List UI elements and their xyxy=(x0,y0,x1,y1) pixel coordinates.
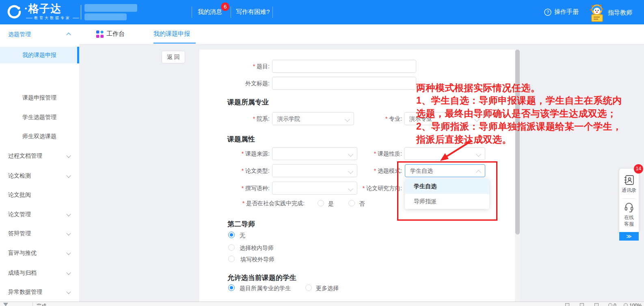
allowed-more-radio[interactable] xyxy=(305,284,312,291)
contacts-count-badge: 14 xyxy=(634,164,643,174)
research-direction-label: 论文研究方向: xyxy=(341,185,402,192)
language-label: 撰写语种: xyxy=(213,185,270,192)
chevron-down-icon xyxy=(66,231,71,235)
second-advisor-none-label[interactable]: 无 xyxy=(240,232,245,239)
tab-bar: 工作台 我的课题申报 xyxy=(79,24,644,44)
sidebar-group-topic-mgmt[interactable]: 选题管理 xyxy=(8,28,31,40)
header-divider xyxy=(81,5,81,20)
allowed-same-major-radio[interactable] xyxy=(228,284,235,291)
second-advisor-external-radio[interactable] xyxy=(228,256,235,262)
second-advisor-internal-label[interactable]: 选择校内导师 xyxy=(240,245,274,252)
messages-count-badge: 6 xyxy=(221,2,229,11)
contacts-button[interactable]: 通讯录 xyxy=(619,187,639,194)
help-circle-icon: ? xyxy=(544,9,551,16)
practice-yes-radio[interactable] xyxy=(318,200,324,206)
mascot-avatar xyxy=(588,4,606,23)
shield-icon xyxy=(608,303,612,306)
section-topic-major: 课题所属专业 xyxy=(227,98,269,107)
title-label: 题目: xyxy=(221,63,270,70)
sidebar-nav: 选题管理 我的课题申报 课题申报管理 学生选题管理 师生双选课题 过程文档管理 … xyxy=(0,24,79,302)
topic-source-select[interactable] xyxy=(272,147,357,160)
chevron-down-icon xyxy=(66,270,71,275)
speaker-icon xyxy=(580,303,584,306)
major-label: 专业: xyxy=(361,115,402,123)
tab-my-topic-declare[interactable]: 我的课题申报 xyxy=(153,30,190,38)
header-divider xyxy=(272,7,273,18)
headset-icon xyxy=(624,202,634,213)
chevron-down-icon xyxy=(345,117,350,122)
header-divider xyxy=(231,7,231,18)
header-divider xyxy=(192,7,192,18)
address-book-icon xyxy=(624,175,634,185)
sidebar-item-mutual-select[interactable]: 师生双选课题 xyxy=(22,130,56,142)
chevron-down-icon xyxy=(476,152,481,157)
user-info-redacted xyxy=(84,13,127,20)
sidebar-item-my-topic-declare[interactable]: 我的课题申报 xyxy=(22,49,56,61)
paper-type-label: 论文类型: xyxy=(213,167,270,175)
role-label: 指导教师 xyxy=(608,9,632,17)
tagline-dash xyxy=(26,18,32,18)
paper-type-select[interactable] xyxy=(272,164,357,177)
sidebar-group-defense-mgmt[interactable]: 答辩管理 xyxy=(8,228,31,239)
sidebar-group-paper-mgmt[interactable]: 论文管理 xyxy=(8,208,31,220)
second-advisor-internal-radio[interactable] xyxy=(228,244,235,251)
online-service-button[interactable]: 在线 xyxy=(619,214,639,221)
practice-no-radio[interactable] xyxy=(348,200,355,206)
section-second-advisor: 第二导师 xyxy=(227,219,255,229)
sidebar-group-paper-check[interactable]: 论文检测 xyxy=(8,170,31,181)
tab-workbench[interactable]: 工作台 xyxy=(106,30,125,38)
back-button[interactable]: 返 回 xyxy=(162,51,185,63)
status-text: 完成 xyxy=(37,303,46,306)
social-practice-label: 是否在社会实践中完成: xyxy=(213,200,305,207)
sidebar-group-process-docs[interactable]: 过程文档管理 xyxy=(8,150,42,161)
foreign-title-input[interactable] xyxy=(272,77,416,90)
chevron-down-icon xyxy=(66,153,71,158)
second-advisor-none-radio[interactable] xyxy=(228,232,235,238)
logo-g-icon xyxy=(6,4,22,20)
annotation-arrow xyxy=(435,138,476,164)
scrollbar-thumb[interactable] xyxy=(515,50,520,234)
section-allowed-students: 允许选当前课题的学生 xyxy=(227,273,296,282)
practice-no-label[interactable]: 否 xyxy=(359,200,365,208)
my-messages-link[interactable]: 我的消息 xyxy=(198,8,222,16)
annotation-line: 两种模式根据实际情况任选。 xyxy=(416,82,540,94)
annotation-line: 选题，最终由导师确认是否与该学生达成双选； xyxy=(416,107,617,120)
topic-nature-label: 课题性质: xyxy=(349,150,402,158)
active-tab-underline xyxy=(153,43,196,43)
sidebar-item-student-topic-mgmt[interactable]: 学生选题管理 xyxy=(22,111,56,123)
cursor-icon xyxy=(3,303,8,306)
zoom-level: 100% xyxy=(629,303,642,306)
title-input[interactable] xyxy=(272,60,416,73)
department-select[interactable]: 演示学院 xyxy=(272,112,354,125)
manual-link[interactable]: 操作手册 xyxy=(554,8,579,16)
online-service-button-line2[interactable]: 客服 xyxy=(619,221,639,228)
allowed-more-label[interactable]: 更多选择 xyxy=(316,285,339,292)
second-advisor-external-label[interactable]: 填写校外导师 xyxy=(240,256,274,263)
chevron-down-icon xyxy=(66,173,71,178)
app-window: ·格子达 教育大数据专家 我的消息 6 写作有困难? ? 操作手册 xyxy=(0,0,644,306)
section-topic-attrs: 课题属性 xyxy=(227,135,255,144)
practice-yes-label[interactable]: 是 xyxy=(328,200,334,208)
tagline-dash xyxy=(73,18,79,18)
logo-title: ·格子达 xyxy=(24,2,81,15)
divider xyxy=(32,302,33,306)
selection-mode-label: 选题模式: xyxy=(349,167,402,175)
sidebar-item-topic-declare-mgmt[interactable]: 课题申报管理 xyxy=(22,92,56,103)
collapse-toolbar-button[interactable]: ≫ xyxy=(619,232,639,241)
divider xyxy=(622,198,635,199)
sidebar-group-abnormal-data[interactable]: 异常数据管理 xyxy=(8,286,42,297)
brand-logo: ·格子达 教育大数据专家 xyxy=(6,2,81,21)
status-count: 0 xyxy=(614,303,616,306)
foreign-title-label: 外文标题: xyxy=(221,80,270,87)
annotation-line: 2、导师指派：导师单独指派课题给某一个学生， xyxy=(416,120,622,133)
allowed-same-major-label[interactable]: 题目所属专业的学生 xyxy=(240,285,291,292)
sidebar-item-paper-review[interactable]: 论文批阅 xyxy=(8,189,31,200)
tagline-text: 教育大数据专家 xyxy=(34,15,71,21)
sidebar-group-blind-review[interactable]: 盲评与推优 xyxy=(8,247,37,258)
sidebar-group-grades-archive[interactable]: 成绩与归档 xyxy=(8,267,37,278)
writing-help-link[interactable]: 写作有困难? xyxy=(236,8,270,16)
chevron-up-icon xyxy=(66,33,71,37)
annotation-box-dropdown xyxy=(397,161,497,221)
printer-icon xyxy=(594,303,599,306)
chevron-down-icon xyxy=(66,289,71,294)
